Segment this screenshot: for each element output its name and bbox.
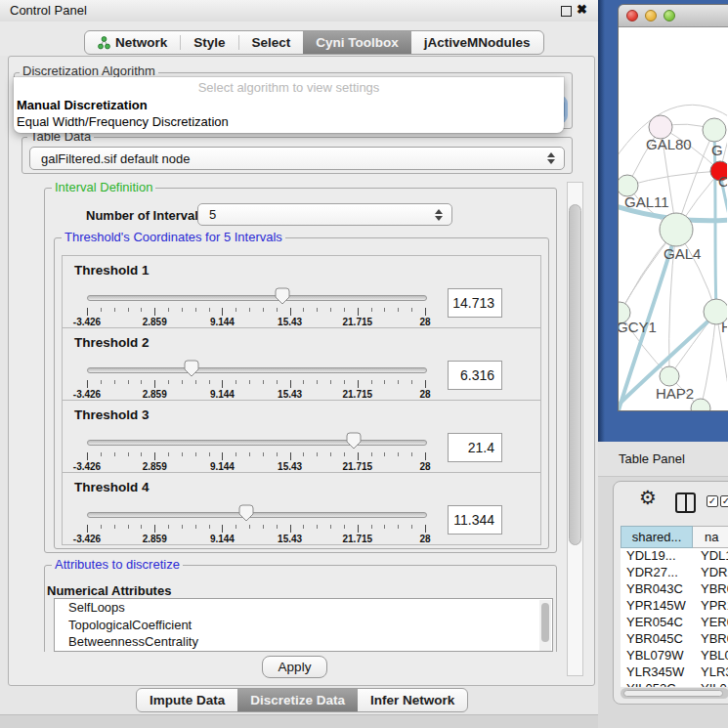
list-scrollbar[interactable] <box>539 600 551 652</box>
table-row[interactable]: YBR043CYBR0 <box>621 581 728 598</box>
slider-track[interactable] <box>87 440 427 446</box>
threshold-3-value-field[interactable]: 21.4 <box>448 433 502 462</box>
split-view-icon[interactable] <box>675 492 696 513</box>
slider-track[interactable] <box>87 512 427 518</box>
threshold-1-panel: Threshold 1 -3.426 2.859 9.144 15.43 21.… <box>62 255 541 328</box>
slider-track[interactable] <box>87 295 427 301</box>
close-icon[interactable]: ✖ <box>577 2 587 17</box>
panel-title: Control Panel <box>10 0 87 21</box>
scrollbar-thumb[interactable] <box>569 204 581 545</box>
scrollbar-thumb[interactable] <box>623 690 723 697</box>
threshold-3-label: Threshold 3 <box>74 407 150 422</box>
node-label: HAP2 <box>656 385 694 402</box>
combo-arrows-icon <box>435 209 443 221</box>
table-panel-title: Table Panel <box>619 442 685 476</box>
threshold-3-slider[interactable] <box>87 431 425 452</box>
slider-major-ticks <box>87 452 426 460</box>
bottom-tab-bar: Impute Data Discretize Data Infer Networ… <box>136 688 468 712</box>
network-canvas[interactable]: GAL80 G GAL11 C GAL4 GCY1 H HAP2 <box>619 27 728 411</box>
threshold-1-label: Threshold 1 <box>74 263 150 278</box>
tab-network[interactable]: Network <box>85 31 180 54</box>
network-window-titlebar <box>619 5 728 27</box>
list-item[interactable]: BetweennessCentrality <box>55 633 552 651</box>
table-row[interactable]: YBR045CYBR0 <box>621 631 728 648</box>
table-row[interactable]: YPR145WYPR1 <box>621 598 728 615</box>
threshold-4-slider[interactable] <box>87 503 425 525</box>
list-item[interactable]: TopologicalCoefficient <box>55 617 552 634</box>
tab-infer-network[interactable]: Infer Network <box>358 689 467 711</box>
algorithm-dropdown-popup: Select algorithm to view settings Manual… <box>14 77 564 133</box>
threshold-4-label: Threshold 4 <box>74 480 150 494</box>
slider-thumb[interactable] <box>346 432 362 450</box>
column-header-shared-name[interactable]: shared... <box>621 526 693 548</box>
dropdown-option-manual-discretization[interactable]: Manual Discretization <box>17 98 148 112</box>
tab-jactivemnodules[interactable]: jActiveMNodules <box>411 31 543 54</box>
node-label-partial: H <box>721 319 727 335</box>
close-traffic-icon[interactable] <box>626 10 638 21</box>
tab-impute-data[interactable]: Impute Data <box>137 689 237 711</box>
node-label: GAL80 <box>646 136 692 152</box>
tab-cyni-toolbox[interactable]: Cyni Toolbox <box>303 31 411 54</box>
number-of-intervals-value: 5 <box>209 207 216 222</box>
column-header-name[interactable]: na <box>693 526 728 548</box>
threshold-4-panel: Threshold 4 -3.426 2.859 9.144 15.43 21.… <box>62 472 541 545</box>
threshold-2-label: Threshold 2 <box>74 335 150 350</box>
slider-thumb[interactable] <box>275 287 290 305</box>
table-row[interactable]: YDL19...YDL1 <box>621 548 728 565</box>
slider-thumb[interactable] <box>184 360 199 377</box>
slider-major-ticks <box>87 308 426 316</box>
dropdown-option-equal-width[interactable]: Equal Width/Frequency Discretization <box>17 114 229 129</box>
checkbox-icon[interactable]: ✓ <box>707 495 718 507</box>
numerical-attributes-list[interactable]: SelfLoops TopologicalCoefficient Between… <box>54 598 553 652</box>
control-panel-titlebar: Control Panel ✖ <box>0 0 598 22</box>
attributes-clip: Attributes to discretize Numerical Attri… <box>8 557 595 652</box>
apply-button[interactable]: Apply <box>262 656 327 678</box>
top-tab-bar: Network Style Select Cyni Toolbox jActiv… <box>84 30 544 55</box>
number-of-intervals-label: Number of Intervals <box>86 208 205 223</box>
number-of-intervals-combobox[interactable]: 5 <box>197 203 452 226</box>
slider-major-ticks <box>87 525 426 533</box>
minimize-traffic-icon[interactable] <box>645 10 657 21</box>
list-scrollbar-thumb[interactable] <box>541 603 549 642</box>
status-strip <box>0 714 598 728</box>
table-row[interactable]: YER054CYER0 <box>621 615 728 631</box>
table-row[interactable]: YIL052CYIL0 <box>621 681 728 687</box>
tab-style[interactable]: Style <box>181 31 237 54</box>
threshold-2-slider[interactable] <box>87 359 425 380</box>
slider-track[interactable] <box>87 367 427 373</box>
node[interactable] <box>703 118 726 142</box>
zoom-traffic-icon[interactable] <box>664 10 675 21</box>
table-row[interactable]: YBL079WYBL0 <box>621 648 728 664</box>
checkbox-icon[interactable]: ✓ <box>720 495 728 507</box>
table-header-row: shared... na <box>621 526 728 548</box>
table-data-combobox[interactable]: galFiltered.sif default node <box>29 147 565 170</box>
threshold-2-value-field[interactable]: 6.316 <box>448 361 502 390</box>
node-attribute-table: shared... na YDL19...YDL1 YDR27...YDR2 Y… <box>621 526 728 687</box>
table-row[interactable]: YLR345WYLR3 <box>621 664 728 681</box>
tab-discretize-data[interactable]: Discretize Data <box>237 689 358 711</box>
network-icon <box>98 36 110 50</box>
threshold-3-panel: Threshold 3 -3.426 2.859 9.144 15.43 21.… <box>62 400 541 473</box>
threshold-2-panel: Threshold 2 -3.426 2.859 9.144 15.43 21.… <box>62 327 541 401</box>
tab-select[interactable]: Select <box>239 31 304 54</box>
thresholds-group-label: Threshold's Coordinates for 5 Intervals <box>62 231 285 244</box>
table-horizontal-scrollbar[interactable] <box>621 688 728 699</box>
node[interactable] <box>660 213 693 246</box>
numerical-attributes-label: Numerical Attributes <box>47 583 171 598</box>
list-item[interactable]: SelfLoops <box>55 599 552 617</box>
slider-thumb[interactable] <box>238 504 254 522</box>
threshold-4-value-field[interactable]: 11.344 <box>448 505 502 535</box>
float-window-icon[interactable] <box>561 6 572 17</box>
dropdown-placeholder-option[interactable]: Select algorithm to view settings <box>14 80 564 95</box>
threshold-1-slider[interactable] <box>87 286 425 308</box>
gear-icon[interactable]: ⚙ <box>639 486 657 509</box>
interval-definition-label: Interval Definition <box>52 181 155 194</box>
node-label: GAL11 <box>624 193 669 210</box>
slider-tick-labels: -3.426 2.859 9.144 15.43 21.715 28 <box>87 534 425 545</box>
table-row[interactable]: YDR27...YDR2 <box>621 565 728 581</box>
node[interactable] <box>660 366 679 386</box>
network-window: GAL80 G GAL11 C GAL4 GCY1 H HAP2 <box>618 4 728 411</box>
threshold-1-value-field[interactable]: 14.713 <box>448 288 502 318</box>
network-graph: GAL80 G GAL11 C GAL4 GCY1 H HAP2 <box>619 27 727 411</box>
node-label-partial: C <box>718 173 727 190</box>
